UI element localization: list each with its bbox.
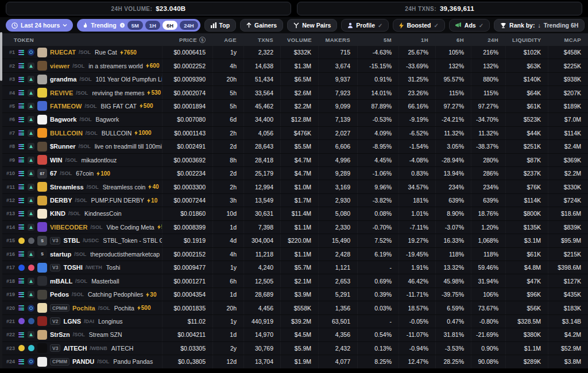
age-cell: 6d: [212, 113, 243, 126]
mcap-cell: $369K: [548, 154, 588, 166]
change-5m-cell: -4.63%: [357, 46, 399, 59]
dex-icon: [28, 143, 34, 150]
table-row[interactable]: #2 viewer /SOL in a streamers world 600 …: [0, 59, 588, 72]
header-liquidity[interactable]: LIQUIDITY: [505, 37, 548, 43]
header-24h[interactable]: 24H: [471, 37, 505, 43]
boost-badge[interactable]: 100: [96, 170, 110, 177]
boost-badge[interactable]: 500: [157, 224, 162, 230]
timeframe-5m[interactable]: 5M: [127, 21, 143, 30]
token-symbol: StrSzn: [50, 331, 70, 338]
change-24h-cell: 97.27%: [471, 100, 505, 112]
rank-label: #5: [5, 103, 15, 109]
rank-label: #4: [5, 90, 15, 96]
profile-filter-button[interactable]: Profile ✓: [341, 19, 389, 32]
rank-label: #22: [5, 332, 15, 337]
header-mcap[interactable]: MCAP: [548, 37, 588, 43]
table-row[interactable]: #19 Pedos /SOL Catching Pedophiles 30 $0…: [0, 288, 588, 301]
table-row[interactable]: #13 KIND /SOL KindnessCoin $0.01860 10d …: [0, 207, 588, 220]
quote-token-label: /SOL: [65, 157, 77, 163]
boost-badge[interactable]: 30: [146, 292, 156, 298]
boost-badge[interactable]: 530: [147, 90, 161, 96]
age-cell: 1d: [212, 221, 243, 234]
scrollbar-thumb[interactable]: [0, 32, 2, 81]
table-row[interactable]: #16 S startup /SOL theproductisthemarket…: [0, 248, 588, 261]
change-24h-cell: 90.08%: [471, 355, 505, 368]
table-row[interactable]: #4 REVIVE /SOL reviving the memes 530 $0…: [0, 86, 588, 99]
table-row[interactable]: #15 S V3 STBL /USDC STBL_Token - STBL Go…: [0, 234, 588, 247]
header-makers[interactable]: MAKERS: [318, 37, 357, 43]
ads-filter-button[interactable]: Ads ✓: [449, 19, 490, 32]
liquidity-cell: $328.5M: [505, 315, 548, 328]
check-icon: ✓: [378, 22, 382, 29]
liquidity-cell: $96K: [505, 288, 548, 301]
chain-icon: [18, 291, 25, 298]
time-range-button[interactable]: Last 24 hours: [6, 19, 73, 32]
header-price[interactable]: PRICE$: [162, 37, 212, 43]
header-1h[interactable]: 1H: [399, 37, 435, 43]
table-row[interactable]: #10 67 67 /SOL 67coin 100 $0.002234 2d 2…: [0, 167, 588, 180]
change-1h-cell: 1.91%: [399, 261, 435, 274]
header-5m[interactable]: 5M: [357, 37, 399, 43]
rank-label: #2: [5, 63, 15, 69]
table-row[interactable]: #18 mBALL /SOL Masterball $0.0001271 6h …: [0, 274, 588, 287]
table-row[interactable]: #24 CPMM PANDU /SOL Pandu Pandas $0.0₄38…: [0, 355, 588, 368]
new-pairs-button[interactable]: New Pairs: [287, 19, 337, 32]
timeframe-6h[interactable]: 6H: [163, 21, 177, 30]
table-row[interactable]: #22 StrSzn /SOL Stream SZN $0.004211 1d …: [0, 328, 588, 341]
boost-badge[interactable]: 40: [148, 184, 158, 190]
table-row[interactable]: #8 $Runner /SOL live on treadmill till 1…: [0, 140, 588, 153]
table-row[interactable]: #17 V3 TOSHI /WETH Toshi $0.0009477 1y 4…: [0, 261, 588, 274]
boost-badge[interactable]: 10: [147, 197, 157, 204]
dex-icon: [28, 63, 34, 69]
mcap-cell: $18.6M: [548, 207, 588, 220]
header-6h[interactable]: 6H: [435, 37, 471, 43]
change-6h-cell: -3.07%: [435, 221, 471, 234]
mcap-cell: $7.0M: [548, 113, 588, 126]
liquidity-cell: $3.1M: [505, 234, 548, 247]
price-cell: $0.0002252: [162, 59, 212, 72]
boost-badge[interactable]: 500: [137, 305, 151, 311]
gainers-button[interactable]: Gainers: [240, 19, 283, 32]
table-row[interactable]: #1 RUECAT /SOL Rue Cat 7650 $0.0006415 1…: [0, 46, 588, 59]
table-row[interactable]: #6 Bagwork /SOL Bagwork $0.007080 6d 34,…: [0, 113, 588, 126]
trending-label: Trending i: [83, 22, 125, 29]
table-row[interactable]: #9 WIN /SOL mikadontlouz $0.0003692 8h 2…: [0, 154, 588, 167]
boost-badge[interactable]: 600: [146, 63, 160, 69]
boost-badge[interactable]: 7650: [120, 49, 137, 56]
rank-label: #17: [5, 265, 15, 270]
change-24h-cell: 880%: [471, 73, 505, 86]
header-age[interactable]: AGE: [212, 37, 243, 43]
volume-cell: $4.7M: [280, 167, 318, 180]
timeframe-1h[interactable]: 1H: [145, 21, 160, 30]
rank-by-button[interactable]: Rank by: ↓ Trending 6H: [494, 19, 585, 32]
age-cell: 5h: [212, 100, 243, 112]
txns-cell: 14,638: [243, 59, 280, 72]
table-row[interactable]: #11 Streamless /SOL Streamless coin 40 $…: [0, 180, 588, 193]
top-button[interactable]: Top: [204, 19, 236, 32]
quote-token-label: /SOL: [98, 305, 110, 311]
change-24h-cell: 286%: [471, 167, 505, 180]
table-row[interactable]: #14 VIBECODER /SOL Vibe Coding Meta 500 …: [0, 221, 588, 234]
table-row[interactable]: #7 BULLCOIN /SOL BULLCOIN 1000 $0.000114…: [0, 127, 588, 140]
token-avatar: [37, 222, 47, 232]
change-5m-cell: 4.09%: [357, 127, 399, 139]
table-row[interactable]: #5 FATMEOW /SOL BIG FAT CAT 500 $0.00018…: [0, 100, 588, 113]
trending-group: Trending i 5M 1H 6H 24H: [77, 19, 200, 32]
change-6h-cell: -39.75%: [435, 288, 471, 301]
boosted-filter-button[interactable]: Boosted ✓: [393, 19, 444, 32]
header-volume[interactable]: VOLUME: [280, 37, 318, 43]
boost-badge[interactable]: 1000: [134, 130, 151, 136]
table-row[interactable]: #21 V2 LGNS /DAI Longinus $11.02 1y 440,…: [0, 315, 588, 328]
table-row[interactable]: #12 DERBY /SOL PUMP.FUN DERBY 10 $0.0007…: [0, 194, 588, 207]
boost-badge[interactable]: 500: [140, 103, 153, 109]
token-name: Pandu Pandas: [113, 358, 153, 365]
timeframe-24h[interactable]: 24H: [180, 21, 198, 30]
txns-stat-box: 24H TXNS: 39,369,611: [297, 2, 582, 15]
makers-cell: 15,490: [318, 234, 357, 247]
left-scrollbar[interactable]: [0, 32, 2, 368]
change-6h-cell: 13.32%: [435, 261, 471, 274]
table-row[interactable]: #20 CPMM Pochita /SOL Pochita 500 $0.000…: [0, 301, 588, 314]
table-row[interactable]: #3 grandma /SOL 101 Year Old Pumpfun Liv…: [0, 73, 588, 86]
header-txns[interactable]: TXNS: [243, 37, 280, 43]
table-row[interactable]: #23 V3 AITECH /WBNB AITECH $0.03305 2y 3…: [0, 342, 588, 355]
